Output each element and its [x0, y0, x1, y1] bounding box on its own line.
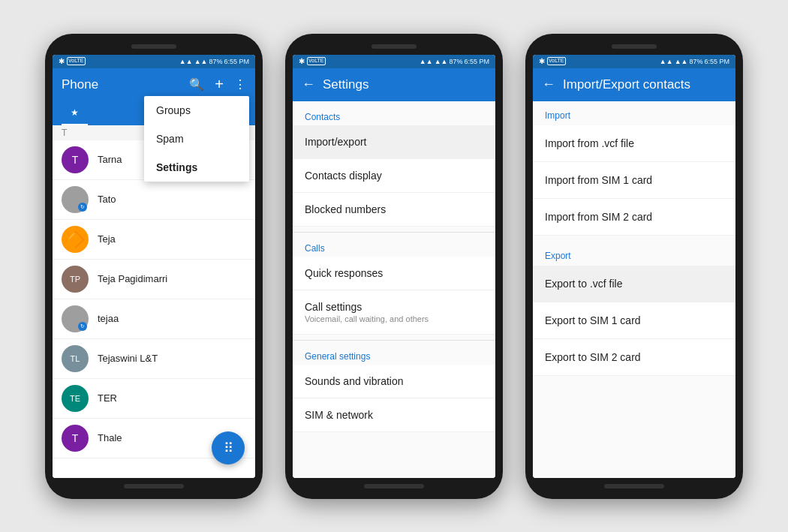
avatar-tejaswini: TL: [62, 345, 89, 372]
list-item[interactable]: TE TER: [53, 379, 255, 419]
list-item[interactable]: ↻ tejaa: [53, 299, 255, 339]
list-item[interactable]: TL Tejaswini L&T: [53, 339, 255, 379]
settings-item-contactsdisplay[interactable]: Contacts display: [293, 159, 495, 193]
export-sim2[interactable]: Export to SIM 2 card: [533, 339, 735, 376]
list-item[interactable]: ↻ Tato: [53, 180, 255, 220]
export-label: Export: [533, 242, 735, 266]
settings-section-general: General settings: [293, 341, 495, 365]
settings-item-subtitle-callsettings: Voicemail, call waiting, and others: [305, 314, 483, 323]
search-icon-1[interactable]: 🔍: [189, 77, 204, 92]
avatar-tejaswini-wrap: TL: [62, 345, 89, 372]
export-divider: [533, 236, 735, 242]
contact-name-tarna: Tarna: [98, 154, 122, 165]
dropdown-item-settings[interactable]: Settings: [144, 153, 249, 182]
volte-badge-1: VoLTE: [67, 57, 86, 65]
phone-bottom-bar-2: [364, 484, 424, 488]
settings-item-blockednumbers[interactable]: Blocked numbers: [293, 193, 495, 227]
contact-name-tejap: Teja Pagidimarri: [98, 273, 167, 284]
contact-name-teja: Teja: [98, 233, 116, 245]
settings-item-sounds[interactable]: Sounds and vibration: [293, 365, 495, 398]
phone-top-bar-1: [131, 44, 176, 49]
settings-divider-2: [293, 335, 495, 341]
dropdown-menu-1: Groups Spam Settings: [144, 96, 249, 182]
settings-item-importexport[interactable]: Import/export: [293, 125, 495, 159]
contact-name-ter: TER: [98, 392, 117, 404]
avatar-tato-wrap: ↻: [62, 186, 89, 213]
status-bar-left-1: ✱ VoLTE: [59, 57, 86, 65]
settings-divider-1: [293, 227, 495, 233]
settings-item-title-contactsdisplay: Contacts display: [305, 170, 483, 182]
app-bar-2: ← Settings: [293, 68, 495, 101]
status-bar-3: ✱ VoLTE ▲▲ ▲▲ 87% 6:55 PM: [533, 55, 735, 68]
list-item[interactable]: 🔶 Teja: [53, 220, 255, 260]
phone-top-bar-3: [612, 44, 657, 49]
signal-icon-1: ▲▲: [179, 58, 193, 65]
volte-badge-3: VoLTE: [547, 57, 566, 65]
settings-item-title-sounds: Sounds and vibration: [305, 375, 483, 387]
phone-3: ✱ VoLTE ▲▲ ▲▲ 87% 6:55 PM ← Import/Expor…: [525, 34, 743, 499]
avatar-tejaa-wrap: ↻: [62, 305, 89, 332]
dropdown-item-groups[interactable]: Groups: [144, 96, 249, 125]
battery-3: 87%: [689, 58, 702, 65]
bluetooth-icon-3: ✱: [539, 57, 545, 65]
signal-icon-3: ▲▲: [420, 58, 433, 65]
back-button-3[interactable]: ←: [542, 77, 555, 92]
signal-icon-2: ▲▲: [194, 58, 208, 65]
avatar-teja: 🔶: [62, 226, 89, 253]
time-1: 6:55 PM: [224, 58, 249, 65]
contact-badge-tejaa: ↻: [78, 322, 87, 331]
phone-2: ✱ VoLTE ▲▲ ▲▲ 87% 6:55 PM ← Settings Con…: [285, 34, 503, 499]
avatar-thale: T: [62, 425, 89, 452]
import-sim1[interactable]: Import from SIM 1 card: [533, 162, 735, 199]
import-label: Import: [533, 101, 735, 125]
battery-2: 87%: [449, 58, 462, 65]
bluetooth-icon: ✱: [59, 57, 65, 65]
contact-badge-tato: ↻: [78, 203, 87, 212]
phone-screen-3: ✱ VoLTE ▲▲ ▲▲ 87% 6:55 PM ← Import/Expor…: [533, 55, 735, 478]
avatar-teja-wrap: 🔶: [62, 226, 89, 253]
more-icon-1[interactable]: ⋮: [234, 77, 246, 92]
phone-app-title: Phone: [62, 77, 189, 92]
settings-screen: Contacts Import/export Contacts display …: [293, 101, 495, 478]
settings-title: Settings: [323, 77, 486, 92]
status-bar-left-3: ✱ VoLTE: [539, 57, 566, 65]
dropdown-item-spam[interactable]: Spam: [144, 125, 249, 153]
app-bar-icons-1: 🔍 + ⋮: [189, 76, 246, 93]
settings-section-contacts: Contacts: [293, 101, 495, 125]
tab-favorites[interactable]: ★: [62, 101, 88, 125]
import-sim2[interactable]: Import from SIM 2 card: [533, 199, 735, 236]
avatar-tejap: TP: [62, 266, 89, 293]
avatar-ter-wrap: TE: [62, 385, 89, 412]
export-sim1[interactable]: Export to SIM 1 card: [533, 302, 735, 339]
avatar-tejap-wrap: TP: [62, 266, 89, 293]
bluetooth-icon-2: ✱: [299, 57, 305, 65]
status-bar-right-2: ▲▲ ▲▲ 87% 6:55 PM: [420, 58, 489, 65]
status-bar-right-3: ▲▲ ▲▲ 87% 6:55 PM: [660, 58, 729, 65]
importexport-screen: Import Import from .vcf file Import from…: [533, 101, 735, 478]
settings-item-sim[interactable]: SIM & network: [293, 398, 495, 432]
export-vcf[interactable]: Export to .vcf file: [533, 266, 735, 302]
import-vcf[interactable]: Import from .vcf file: [533, 125, 735, 162]
battery-1: 87%: [209, 58, 222, 65]
contact-name-tato: Tato: [98, 194, 116, 205]
settings-item-title-importexport: Import/export: [305, 136, 483, 148]
time-3: 6:55 PM: [704, 58, 729, 65]
settings-item-title-callsettings: Call settings: [305, 301, 483, 313]
settings-item-title-sim: SIM & network: [305, 409, 483, 421]
phone-bottom-bar-1: [124, 484, 184, 488]
time-2: 6:55 PM: [464, 58, 489, 65]
settings-item-callsettings[interactable]: Call settings Voicemail, call waiting, a…: [293, 290, 495, 335]
status-bar-left-2: ✱ VoLTE: [299, 57, 326, 65]
importexport-title: Import/Export contacts: [563, 77, 726, 92]
contact-name-tejaa: tejaa: [98, 313, 119, 324]
settings-item-quickresponses[interactable]: Quick responses: [293, 257, 495, 290]
phone-top-bar-2: [371, 44, 417, 49]
list-item[interactable]: TP Teja Pagidimarri: [53, 260, 255, 299]
contact-name-tejaswini: Tejaswini L&T: [98, 353, 158, 364]
signal-icon-5: ▲▲: [660, 58, 673, 65]
fab-dialpad[interactable]: ⠿: [212, 431, 245, 464]
avatar-ter: TE: [62, 385, 89, 412]
add-icon-1[interactable]: +: [215, 76, 224, 93]
settings-section-calls: Calls: [293, 233, 495, 257]
back-button-2[interactable]: ←: [302, 77, 315, 92]
